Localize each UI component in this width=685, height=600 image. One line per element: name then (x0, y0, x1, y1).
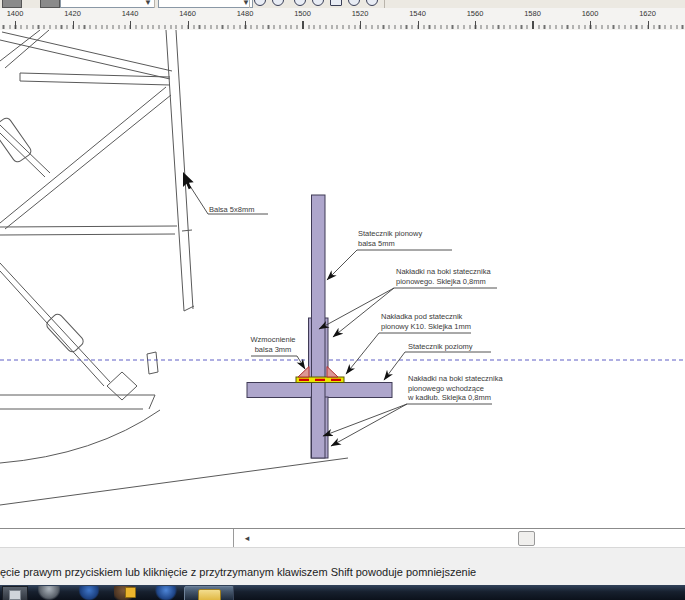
fuselage-truss[interactable] (0, 30, 348, 505)
ruler-unit-label: 1600 (582, 9, 599, 18)
explorer-icon[interactable] (38, 586, 60, 600)
zoom-level-value-2: 250 % (164, 0, 192, 2)
label-balsa[interactable]: Balsa 5x8mm (209, 205, 254, 215)
ruler-unit-label: 1540 (409, 9, 426, 18)
ruler-unit-label: 1400 (7, 9, 24, 18)
ruler-unit-label: 1440 (122, 9, 139, 18)
toolbar-separator (249, 0, 250, 8)
browser-icon-2[interactable] (154, 586, 178, 600)
label-statecznik-pionowy[interactable]: Statecznik pionowy balsa 5mm (358, 229, 422, 248)
ruler-unit-label: 1560 (467, 9, 484, 18)
taskbar (0, 585, 685, 600)
label-nakladki-boki[interactable]: Nakładki na boki statecznika pionowego. … (396, 267, 491, 286)
zoom-page-icon[interactable] (330, 0, 342, 6)
zoom-height-icon[interactable] (366, 0, 378, 6)
label-wzmocnienie[interactable]: Wzmocnienie balsa 3mm (245, 335, 301, 354)
label-nakladki-kadlub[interactable]: Nakładki na boki statecznika pionowego w… (408, 374, 503, 403)
zoom-in-icon[interactable] (254, 0, 266, 6)
toolbar-separator (154, 0, 155, 8)
page-edge-line (233, 529, 234, 547)
scroll-left-button[interactable]: ◂ (240, 532, 254, 544)
status-bar: ęcie prawym przyciskiem lub kliknięcie z… (0, 547, 685, 586)
label-nakladka-pod[interactable]: Nakładka pod statecznik pionowy K10. Skl… (381, 312, 471, 331)
ruler-unit-label: 1480 (237, 9, 254, 18)
tool-icon[interactable] (40, 0, 60, 8)
tool-icon[interactable] (2, 0, 22, 8)
zoom-all-icon[interactable] (312, 0, 324, 6)
zoom-out-icon[interactable] (272, 0, 284, 6)
toolbar-separator (384, 0, 385, 8)
ruler-unit-label: 1420 (64, 9, 81, 18)
mouse-cursor-icon (183, 172, 194, 189)
ruler-major-ticks (0, 21, 685, 29)
drawing-canvas[interactable]: Balsa 5x8mm Statecznik pionowy balsa 5mm… (0, 30, 685, 528)
ruler-unit-label: 1620 (639, 9, 656, 18)
color-app-icon[interactable] (114, 586, 138, 600)
active-app-button[interactable] (184, 586, 234, 600)
ruler-unit-label: 1460 (179, 9, 196, 18)
taskbar-separator (233, 585, 234, 600)
ruler-unit-label: 1500 (294, 9, 311, 18)
left-reinforcement-triangle[interactable] (298, 367, 309, 378)
zoom-width-icon[interactable] (348, 0, 360, 6)
status-message: ęcie prawym przyciskiem lub kliknięcie z… (0, 566, 476, 578)
zoom-level-combo[interactable]: 250 % ▼ (60, 0, 155, 8)
scrollbar-thumb[interactable] (518, 531, 535, 546)
right-reinforcement-triangle[interactable] (327, 367, 338, 378)
drawing-svg[interactable] (0, 30, 685, 528)
ruler-unit-label: 1580 (524, 9, 541, 18)
active-folder-icon (198, 589, 221, 600)
horizontal-ruler[interactable]: 1400142014401460148015001520154015601580… (0, 8, 685, 31)
zoom-level-value: 250 % (66, 0, 94, 2)
browser-icon[interactable] (78, 586, 100, 600)
horizontal-scrollbar[interactable]: ◂ (0, 528, 685, 547)
ruler-unit-label: 1520 (352, 9, 369, 18)
app-window: 250 % ▼ 250 % ▼ 140014201440146014801500… (0, 0, 685, 600)
zoom-selected-icon[interactable] (294, 0, 306, 6)
label-statecznik-poziomy[interactable]: Statecznik poziomy (408, 342, 473, 352)
window-icon[interactable] (2, 586, 28, 600)
zoom-level-combo-2[interactable]: 250 % ▼ (158, 0, 253, 8)
